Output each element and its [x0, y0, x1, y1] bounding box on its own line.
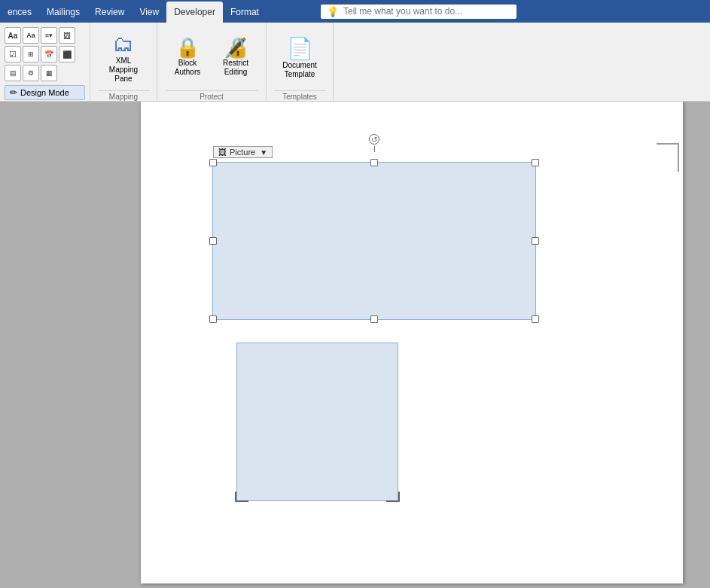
- date-icon-btn[interactable]: 📅: [41, 46, 57, 62]
- ab-icon-btn[interactable]: Aa: [5, 27, 21, 44]
- handle-ml[interactable]: [209, 237, 217, 245]
- tab-review[interactable]: Review: [87, 2, 132, 23]
- rotate-handle[interactable]: ↺: [369, 134, 379, 152]
- picture-placeholder-2[interactable]: [236, 343, 398, 501]
- doc-page: 🖼 Picture ▼ ↺: [141, 102, 710, 588]
- xml-mapping-pane-button[interactable]: 🗂 XML Mapping Pane: [98, 29, 149, 87]
- table-icon-btn[interactable]: ⊞: [23, 46, 39, 62]
- corner-handle-bl: [235, 492, 248, 502]
- picture-tab-icon: 🖼: [218, 148, 227, 157]
- search-input[interactable]: [343, 6, 494, 17]
- tab-view[interactable]: View: [132, 2, 166, 23]
- templates-section-label: Templates: [274, 90, 325, 101]
- block-authors-icon: 🔒: [175, 36, 200, 59]
- handle-bl[interactable]: [209, 315, 217, 323]
- corner-handle-br: [386, 492, 400, 502]
- handle-tc[interactable]: [370, 159, 378, 166]
- picture-label-tab: 🖼 Picture ▼: [213, 146, 273, 158]
- ribbon-section-mapping: 🗂 XML Mapping Pane Mapping: [90, 23, 157, 101]
- tab-mailings[interactable]: Mailings: [39, 2, 87, 23]
- ribbon-section-controls: Aa Aa ≡▾ 🖼 ☑ ⊞ 📅 ⬛ ▤ ⚙ ▦: [0, 23, 90, 101]
- combo-icon-btn[interactable]: ≡▾: [41, 27, 57, 44]
- block-authors-button[interactable]: 🔒 Block Authors: [165, 35, 210, 80]
- mapping-section-label: Mapping: [98, 90, 149, 101]
- legacy-icon-btn[interactable]: ▤: [5, 65, 21, 81]
- document-template-button[interactable]: 📄 Document Template: [274, 33, 325, 82]
- search-icon: 💡: [327, 6, 339, 17]
- restrict-editing-icon: 🔏: [224, 36, 248, 59]
- document-area: 🖼 Picture ▼ ↺: [0, 102, 710, 588]
- handle-mr[interactable]: [532, 237, 539, 245]
- picture-icon-btn[interactable]: 🖼: [59, 27, 75, 44]
- ribbon-section-protect: 🔒 Block Authors 🔏 Restrict Editing Prote…: [157, 23, 267, 101]
- handle-tl[interactable]: [209, 159, 217, 166]
- extra2-icon-btn[interactable]: ▦: [41, 65, 57, 81]
- xml-mapping-icon: 🗂: [113, 32, 134, 56]
- page: 🖼 Picture ▼ ↺: [141, 102, 683, 583]
- handle-br[interactable]: [532, 315, 539, 323]
- document-template-icon: 📄: [287, 36, 313, 61]
- checkbox-icon-btn[interactable]: ☑: [5, 46, 21, 62]
- tab-format[interactable]: Format: [223, 2, 267, 23]
- design-mode-icon: ✏: [10, 87, 17, 98]
- restrict-editing-button[interactable]: 🔏 Restrict Editing: [213, 35, 258, 80]
- picture-tab-arrow[interactable]: ▼: [260, 148, 267, 157]
- tab-developer[interactable]: Developer: [166, 2, 223, 23]
- design-mode-button[interactable]: ✏ Design Mode: [5, 85, 85, 100]
- search-bar: 💡: [313, 0, 710, 23]
- handle-bc[interactable]: [370, 315, 378, 323]
- protect-section-label: Protect: [165, 90, 258, 101]
- aa-icon-btn[interactable]: Aa: [23, 27, 39, 44]
- extra-icon-btn[interactable]: ⚙: [23, 65, 39, 81]
- ribbon-section-templates: 📄 Document Template Templates: [267, 23, 334, 101]
- block-icon-btn[interactable]: ⬛: [59, 46, 75, 62]
- picture-placeholder-selected[interactable]: 🖼 Picture ▼ ↺: [212, 162, 536, 320]
- tab-references[interactable]: ences: [0, 2, 39, 23]
- handle-tr[interactable]: [532, 159, 539, 166]
- doc-sidebar: [0, 102, 141, 588]
- page-corner-mark: [657, 143, 679, 172]
